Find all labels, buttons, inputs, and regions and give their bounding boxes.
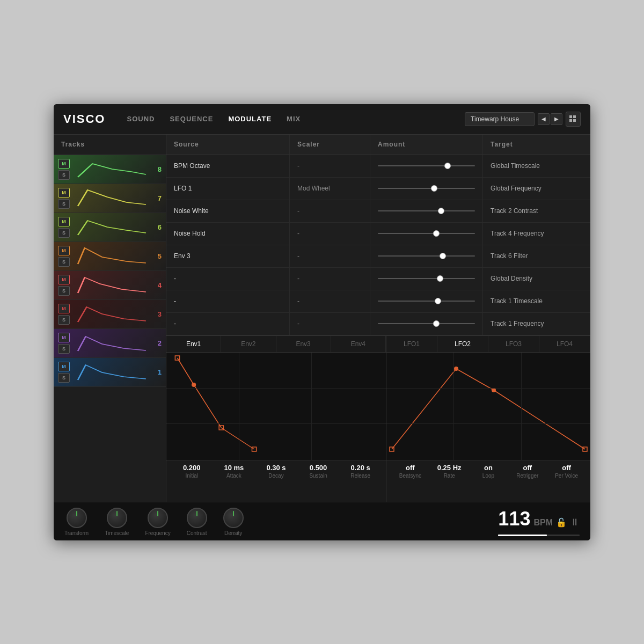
tab-mix[interactable]: MIX [287,114,301,124]
tab-modulate[interactable]: MODULATE [228,114,272,124]
mod-table-header: Source Scaler Amount Target [166,135,590,155]
pause-button[interactable]: ⏸ [570,517,580,528]
track-3-solo[interactable]: S [58,315,70,325]
track-5-number: 5 [154,252,162,260]
lock-icon[interactable]: 🔓 [556,517,567,528]
bpm-progress-fill [498,535,547,536]
env-tab-4[interactable]: Env4 [331,336,386,352]
lfo-loop-label: Loop [469,473,508,479]
bottom-section: Env1 Env2 Env3 Env4 [166,335,590,502]
grid-button[interactable] [566,112,581,127]
track-4-solo[interactable]: S [58,286,70,296]
svg-point-11 [492,388,496,392]
track-1-mute[interactable]: M [58,362,70,371]
lfo-beatsync-label: Beatsync [391,473,430,479]
lfo-params: off Beatsync 0.25 Hz Rate on Loop off [386,460,590,482]
mod-row-2-scaler: Mod Wheel [290,178,370,200]
mod-row-2: LFO 1 Mod Wheel Global Frequency [166,178,590,200]
mod-row-3-target: Track 2 Contrast [483,200,590,222]
footer-knobs: Transform Timescale Frequency Contrast D… [64,508,498,536]
lfo-retrigger-value[interactable]: off [508,464,547,472]
mod-row-4-amount[interactable] [370,223,483,245]
track-8-buttons: M S [58,159,70,180]
mod-row-7-amount[interactable] [370,290,483,312]
frequency-knob[interactable] [148,508,168,528]
track-2-solo[interactable]: S [58,344,70,354]
tab-sound[interactable]: SOUND [127,114,155,124]
mod-row-5-amount[interactable] [370,245,483,267]
main-layout: Tracks M S 8 M S [54,135,590,502]
env-tab-2[interactable]: Env2 [221,336,276,352]
track-7-solo[interactable]: S [58,199,70,209]
track-1-buttons: M S [58,362,70,383]
env-tabs: Env1 Env2 Env3 Env4 [166,336,386,353]
env-sustain-value[interactable]: 0.500 [297,464,340,472]
lfo-tab-1[interactable]: LFO1 [386,336,437,352]
mod-row-3-source: Noise White [166,200,290,222]
mod-row-7: - - Track 1 Timescale [166,290,590,313]
track-2-number: 2 [154,339,162,347]
track-4-mute[interactable]: M [58,275,70,284]
lfo-tab-4[interactable]: LFO4 [539,336,590,352]
track-5-mute[interactable]: M [58,246,70,255]
envelope-section: Env1 Env2 Env3 Env4 [166,336,386,502]
svg-rect-2 [569,119,572,122]
track-6-mute[interactable]: M [58,217,70,226]
mod-section: Source Scaler Amount Target BPM Octave - [166,135,590,502]
transform-label: Transform [64,530,89,536]
env-initial-value[interactable]: 0.200 [171,464,213,472]
preset-area: Timewarp House ◀ ▶ [465,112,581,127]
track-7-mute[interactable]: M [58,188,70,197]
track-2-mute[interactable]: M [58,333,70,342]
env-release-value[interactable]: 0.20 s [339,464,382,472]
env-sustain-label: Sustain [297,473,340,479]
track-6-number: 6 [154,223,162,231]
lfo-pervoice-value[interactable]: off [547,464,586,472]
preset-name[interactable]: Timewarp House [465,112,535,126]
timescale-knob[interactable] [107,508,127,528]
svg-rect-0 [569,115,572,118]
lfo-retrigger-label: Retrigger [508,473,547,479]
track-3-mute[interactable]: M [58,304,70,313]
lfo-tab-2[interactable]: LFO2 [437,336,488,352]
track-1-solo[interactable]: S [58,373,70,383]
lfo-pervoice-label: Per Voice [547,473,586,479]
bpm-progress-bar [498,535,580,536]
track-7-waveform [73,186,151,210]
lfo-tab-3[interactable]: LFO3 [488,336,539,352]
track-1-waveform [73,360,151,384]
mod-row-1-amount[interactable] [370,155,483,177]
next-preset-button[interactable]: ▶ [551,113,562,125]
mod-row-5-scaler: - [290,245,370,267]
track-item-8: M S 8 [54,155,166,184]
env-tab-3[interactable]: Env3 [276,336,331,352]
mod-row-6-amount[interactable] [370,268,483,290]
mod-row-2-amount[interactable] [370,178,483,200]
mod-row-3-amount[interactable] [370,200,483,222]
lfo-section: LFO1 LFO2 LFO3 LFO4 [386,336,590,502]
env-attack-value[interactable]: 10 ms [213,464,255,472]
mod-row-8-amount[interactable] [370,313,483,335]
density-knob[interactable] [223,508,244,528]
env-decay-value[interactable]: 0.30 s [255,464,297,472]
tab-sequence[interactable]: SEQUENCE [170,114,213,124]
env-release-label: Release [339,473,382,479]
lfo-rate-value[interactable]: 0.25 Hz [430,464,469,472]
track-8-solo[interactable]: S [58,170,70,180]
lfo-param-rate: 0.25 Hz Rate [430,464,469,479]
app-container: VISCO SOUND SEQUENCE MODULATE MIX Timewa… [54,104,590,540]
transform-knob[interactable] [67,508,87,528]
contrast-knob[interactable] [187,508,207,528]
env-tab-1[interactable]: Env1 [166,336,221,352]
mod-row-5-target: Track 6 Filter [483,245,590,267]
lfo-loop-value[interactable]: on [469,464,508,472]
knob-density: Density [223,508,244,536]
prev-preset-button[interactable]: ◀ [538,113,550,125]
track-3-buttons: M S [58,304,70,325]
track-8-mute[interactable]: M [58,159,70,169]
track-5-solo[interactable]: S [58,257,70,267]
track-2-buttons: M S [58,333,70,354]
track-6-solo[interactable]: S [58,228,70,238]
svg-rect-1 [573,115,576,118]
lfo-beatsync-value[interactable]: off [391,464,430,472]
